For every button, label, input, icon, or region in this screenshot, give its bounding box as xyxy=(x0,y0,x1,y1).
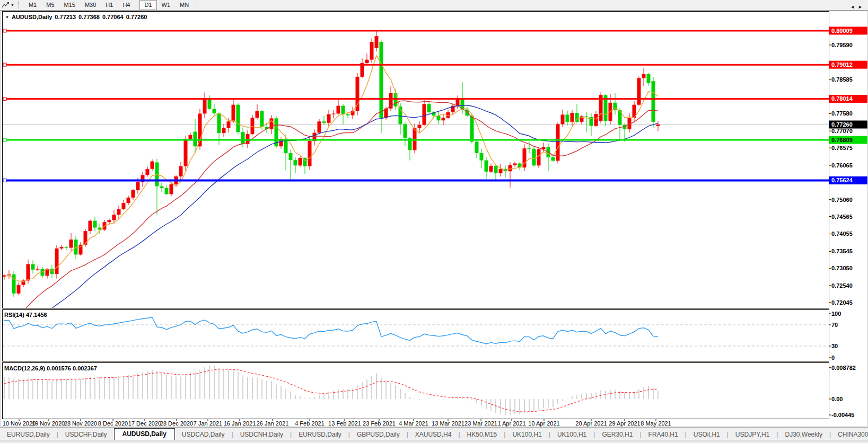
chart-tab-dj30-weekly[interactable]: DJ30,Weekly xyxy=(778,429,829,440)
chart-tab-eurusd-daily[interactable]: EURUSD,Daily xyxy=(292,429,348,440)
collapse-caret-icon[interactable]: ▼ xyxy=(5,15,9,19)
date-axis-label: 23 Feb 2021 xyxy=(363,420,396,427)
price-axis-tick: 0.77580 xyxy=(831,110,853,117)
price-axis-tick: 0.75060 xyxy=(831,197,853,203)
rsi-value: 47.1456 xyxy=(26,312,47,318)
macd-axis-tick: 0.008782 xyxy=(831,365,856,371)
price-axis-tick: 0.72045 xyxy=(831,299,853,306)
price-axis-tick: 0.73050 xyxy=(831,265,853,271)
timeframe-button-w1[interactable]: W1 xyxy=(157,0,176,10)
price-axis-tick: 0.73545 xyxy=(831,248,853,254)
svg-text:0.78014: 0.78014 xyxy=(831,95,853,102)
rsi-axis-tick: 30 xyxy=(831,343,838,349)
date-axis-label: 20 Apr 2021 xyxy=(575,420,607,427)
status-bar xyxy=(0,440,868,443)
date-axis-label: 29 Apr 2021 xyxy=(609,420,640,427)
date-axis-label: 4 Mar 2021 xyxy=(399,420,428,427)
price-axis-tick: 0.77070 xyxy=(831,128,853,134)
date-axis-label: 23 Mar 2021 xyxy=(464,420,497,427)
svg-text:0.75624: 0.75624 xyxy=(831,177,853,183)
chevron-down-icon[interactable]: ▼ xyxy=(11,3,14,7)
toolbar-grip-handle[interactable] xyxy=(18,2,22,8)
price-axis-tick: 0.74055 xyxy=(831,231,853,237)
chart-tab-usdchf-daily[interactable]: USDCHF,Daily xyxy=(58,429,114,440)
rsi-axis-tick: 0 xyxy=(831,355,835,361)
chart-tab-usdcad-daily[interactable]: USDCAD,Daily xyxy=(175,429,232,440)
chart-tab-uk100-h1[interactable]: UK100,H1 xyxy=(505,429,548,440)
price-axis-tick: 0.79590 xyxy=(831,42,853,48)
mt4-window: ▼ M1M5M15M30H1H4D1W1MN 0.795900.785850.7… xyxy=(0,0,868,443)
tab-scroll-right-button[interactable]: ► xyxy=(858,4,866,10)
macd-axis-tick: 0.00 xyxy=(831,396,843,402)
date-axis-label: 10 Nov 2020 xyxy=(3,420,36,427)
chart-tab-usdjpy-h1[interactable]: USDJPY,H1 xyxy=(729,429,776,440)
line-studies-icon[interactable] xyxy=(0,1,11,10)
timeframe-button-m1[interactable]: M1 xyxy=(24,0,41,10)
date-axis-label: 1 Apr 2021 xyxy=(497,420,525,427)
date-axis-label: 13 Feb 2021 xyxy=(328,420,361,427)
chart-tab-bar: EURUSD,Daily|USDCHF,DailyAUDUSD,DailyUSD… xyxy=(0,427,868,440)
price-axis-tick: 0.72540 xyxy=(831,282,853,289)
timeframe-button-h1[interactable]: H1 xyxy=(101,0,118,10)
timeframe-button-m5[interactable]: M5 xyxy=(41,0,59,10)
timeframe-button-d1[interactable]: D1 xyxy=(139,0,156,10)
price-axis-tick: 0.74565 xyxy=(831,214,853,220)
timeframe-buttons: M1M5M15M30H1H4D1W1MN xyxy=(24,0,198,10)
rsi-axis-tick: 70 xyxy=(831,322,838,328)
rsi-indicator-label: RSI(14) 47.1456 xyxy=(4,312,47,318)
ohlc-low: 0.77064 xyxy=(102,14,124,20)
toolbar-separator xyxy=(196,2,196,9)
price-axis-tick: 0.76065 xyxy=(831,162,853,169)
svg-text:0.80009: 0.80009 xyxy=(831,28,853,34)
date-axis-label: 17 Dec 2020 xyxy=(128,420,161,427)
macd-values: 0.001576 0.002367 xyxy=(47,365,97,371)
toolbar: ▼ M1M5M15M30H1H4D1W1MN xyxy=(0,0,868,11)
macd-indicator-label: MACD(12,26,9) 0.001576 0.002367 xyxy=(4,365,97,371)
chart-tab-usdcnh-daily[interactable]: USDCNH,Daily xyxy=(233,429,290,440)
svg-text:0.76809: 0.76809 xyxy=(831,137,853,143)
chart-tab-usoil-h1[interactable]: USOil,H1 xyxy=(687,429,727,440)
date-axis-label: 7 Jan 2021 xyxy=(194,420,222,427)
timeframe-button-mn[interactable]: MN xyxy=(175,0,194,10)
svg-text:0.77260: 0.77260 xyxy=(831,121,853,128)
tab-scroll-left-button[interactable]: ◄ xyxy=(850,4,858,10)
timeframe-button-m15[interactable]: M15 xyxy=(59,0,80,10)
tab-scroll-arrows: ◄► xyxy=(847,4,866,10)
chart-symbol: AUDUSD,Daily xyxy=(12,14,52,20)
chart-tab-uk100-h1[interactable]: UK100,H1 xyxy=(550,429,593,440)
chart-tab-gbpusd-daily[interactable]: GBPUSD,Daily xyxy=(350,429,407,440)
chart-tab-eurusd-daily[interactable]: EURUSD,Daily xyxy=(0,429,57,440)
date-axis-label: 13 Mar 2021 xyxy=(432,420,464,427)
timeframe-button-m30[interactable]: M30 xyxy=(80,0,101,10)
chart-tab-china300-h1[interactable]: CHINA300,H1 xyxy=(831,429,868,440)
ohlc-open: 0.77213 xyxy=(55,14,76,20)
chart-tab-xauusd-h4[interactable]: XAUUSD,H4 xyxy=(408,429,459,440)
chart-tab-ger30-h1[interactable]: GER30,H1 xyxy=(595,429,639,440)
date-axis-label: 8 Dec 2020 xyxy=(98,420,128,427)
chart-title: ▼ AUDUSD,Daily 0.77213 0.77368 0.77064 0… xyxy=(5,14,147,20)
date-axis-label: 4 Feb 2021 xyxy=(295,420,325,427)
price-axis-tick: 0.78585 xyxy=(831,76,853,83)
price-axis-tick: 0.76575 xyxy=(831,145,853,151)
timeframe-button-h4[interactable]: H4 xyxy=(118,0,135,10)
macd-axis-tick: -0.00445 xyxy=(831,412,854,418)
date-axis-label: 26 Jan 2021 xyxy=(257,420,289,427)
ohlc-close: 0.77260 xyxy=(126,14,147,20)
date-axis-label: 10 Apr 2021 xyxy=(528,420,559,427)
ohlc-high: 0.77368 xyxy=(78,14,100,20)
date-axis-label: 19 Nov 2020 xyxy=(32,420,65,427)
date-axis-label: 16 Jan 2021 xyxy=(224,420,256,427)
date-axis-label: 28 Nov 2020 xyxy=(64,420,97,427)
chart-tab-fra40-h1[interactable]: FRA40,H1 xyxy=(642,429,685,440)
chart-canvas[interactable]: 0.795900.785850.775800.770700.765750.760… xyxy=(0,0,868,427)
chart-tab-hk50-m15[interactable]: HK50,M15 xyxy=(460,429,504,440)
svg-text:0.79012: 0.79012 xyxy=(831,61,853,68)
date-axis-label: 8 May 2021 xyxy=(641,420,671,427)
toolbar-separator xyxy=(137,2,137,9)
date-axis-label: 28 Dec 2020 xyxy=(160,420,193,427)
rsi-axis-tick: 100 xyxy=(831,311,841,317)
chart-tab-audusd-daily[interactable]: AUDUSD,Daily xyxy=(114,428,175,440)
